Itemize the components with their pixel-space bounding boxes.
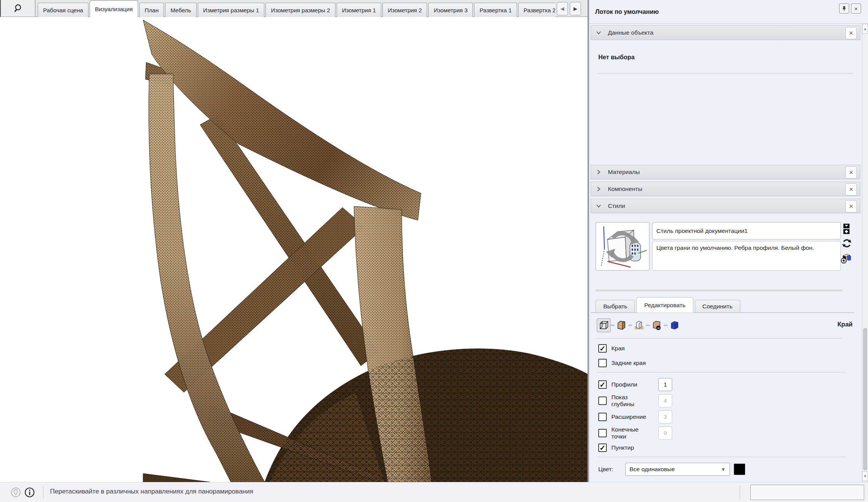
scene-tab[interactable]: Изометрия 2 [382,3,427,17]
secondary-pane-button[interactable] [842,223,854,236]
profiles-value-input[interactable]: 1 [658,378,672,391]
edge-options-panel: ✓ Края ✓ Задние края ✓ Профили1 ✓ Показ … [598,343,852,476]
checkbox[interactable]: ✓ [598,429,607,437]
edge-settings-icon [598,320,609,331]
modeling-settings-icon [669,320,680,331]
scene-tab[interactable]: Развертка 2 [518,3,555,17]
search-button[interactable] [2,0,35,17]
geolocation-icon [11,487,21,497]
extension-value-input[interactable]: 3 [658,410,672,423]
section-components[interactable]: Компоненты × [591,182,860,196]
chevron-right-icon [596,169,602,175]
face-settings-button[interactable] [614,318,628,332]
scene-tab-bar: Рабочая сцена Визуализация План Мебель И… [0,0,589,17]
divider [597,457,845,457]
tab-select[interactable]: Выбрать [596,300,635,313]
face-settings-icon [616,320,627,331]
default-tray-panel: Лоток по умолчанию × Данные объекта × Не… [589,0,868,482]
endpoints-value-input[interactable]: 9 [658,427,672,440]
color-mode-dropdown[interactable]: Все одинаковые ▼ [625,463,730,476]
color-label: Цвет: [598,466,625,473]
entity-info-status: Нет выбора [598,54,634,61]
scroll-up-button[interactable]: ▲ [862,24,868,34]
scene-tab[interactable]: План [139,3,164,17]
update-style-button[interactable] [841,238,853,250]
tab-mix[interactable]: Соединить [695,300,740,313]
status-hint: Перетаскивайте в различных направлениях … [50,488,253,495]
checkbox-depth-cue[interactable]: ✓ Показ глубины4 [598,393,852,408]
checkbox-edges[interactable]: ✓ Края [598,343,852,354]
svg-text:ok: ok [657,327,660,329]
checkbox-back-edges[interactable]: ✓ Задние края [598,357,852,369]
checkbox-extension[interactable]: ✓ Расширение3 [598,410,852,424]
checkbox[interactable]: ✓ [598,344,607,353]
checkbox[interactable]: ✓ [598,413,607,421]
info-icon[interactable] [25,487,35,497]
detach-pane-icon [842,223,851,235]
divider [596,338,843,339]
create-style-button[interactable] [840,252,851,264]
section-entity-info[interactable]: Данные объекта × [591,25,860,40]
section-label: Данные объекта [608,29,653,36]
chair-3d-model [0,17,588,482]
measurements-input[interactable] [750,485,864,500]
watermark-settings-icon: ok [651,320,662,331]
scene-tab[interactable]: Развертка 1 [474,3,517,17]
checkbox[interactable]: ✓ [598,397,607,405]
section-label: Компоненты [608,186,642,192]
tab-scroll-left-button[interactable]: ◀ [557,2,568,15]
scene-tab[interactable]: Изметрия размеры 1 [198,3,264,17]
new-style-icon [840,252,852,264]
divider [597,372,845,373]
section-close-button[interactable]: × [845,166,857,179]
style-name-input[interactable] [652,222,841,239]
scene-tab[interactable]: Изометрия 1 [337,3,381,17]
search-icon [13,3,23,13]
scene-tab[interactable]: Визуализация [90,0,138,17]
icon-connector [646,325,650,326]
tray-close-button[interactable]: × [851,3,861,13]
divider [596,289,843,291]
checkbox-profiles[interactable]: ✓ Профили1 [598,377,852,392]
scrollbar-thumb[interactable] [863,328,867,470]
checkbox-dashes[interactable]: ✓ Пунктир [598,442,852,453]
style-preview-thumbnail[interactable] [596,222,649,271]
section-close-button[interactable]: × [845,183,857,196]
refresh-icon [841,238,852,249]
checkbox[interactable]: ✓ [598,443,607,452]
scene-tabs: Рабочая сцена Визуализация План Мебель И… [38,0,555,17]
section-close-button[interactable]: × [845,200,857,213]
model-viewport[interactable] [0,17,588,482]
section-styles[interactable]: Стили × [591,199,860,213]
section-close-button[interactable]: × [845,27,857,39]
scroll-down-button[interactable]: ▼ [862,471,868,481]
style-description: Цвета грани по умолчанию. Ребра профиля.… [652,241,841,271]
edit-category-icons: ok [597,318,681,333]
checkbox-endpoints[interactable]: ✓ Конечные точки9 [598,426,852,440]
section-label: Материалы [608,169,640,176]
section-materials[interactable]: Материалы × [591,165,860,179]
scene-tab[interactable]: Мебель [165,3,197,17]
edge-settings-button[interactable] [597,318,611,332]
tray-pin-button[interactable] [839,3,849,13]
close-icon: × [855,5,858,12]
section-label: Стили [608,202,625,209]
background-settings-button[interactable] [632,318,646,332]
edge-color-swatch[interactable] [734,464,745,475]
tab-edit[interactable]: Редактировать [636,297,693,313]
chevron-down-icon [596,203,602,209]
scene-tab[interactable]: Изометрия 3 [428,3,473,17]
modeling-settings-button[interactable] [668,318,681,332]
divider [598,73,853,74]
checkbox[interactable]: ✓ [598,380,607,389]
edge-color-row: Цвет: Все одинаковые ▼ [598,463,852,476]
tray-scrollbar[interactable]: ▲ ▼ [862,24,868,482]
checkbox[interactable]: ✓ [598,359,607,367]
watermark-settings-button[interactable]: ok [650,318,664,332]
color-mode-value: Все одинаковые [629,466,675,473]
scene-tab[interactable]: Изометрия размеры 2 [265,3,336,17]
divider [739,485,740,499]
depth-cue-value-input[interactable]: 4 [658,394,672,407]
scene-tab[interactable]: Рабочая сцена [38,3,88,17]
tab-scroll-right-button[interactable]: ▶ [570,2,581,15]
